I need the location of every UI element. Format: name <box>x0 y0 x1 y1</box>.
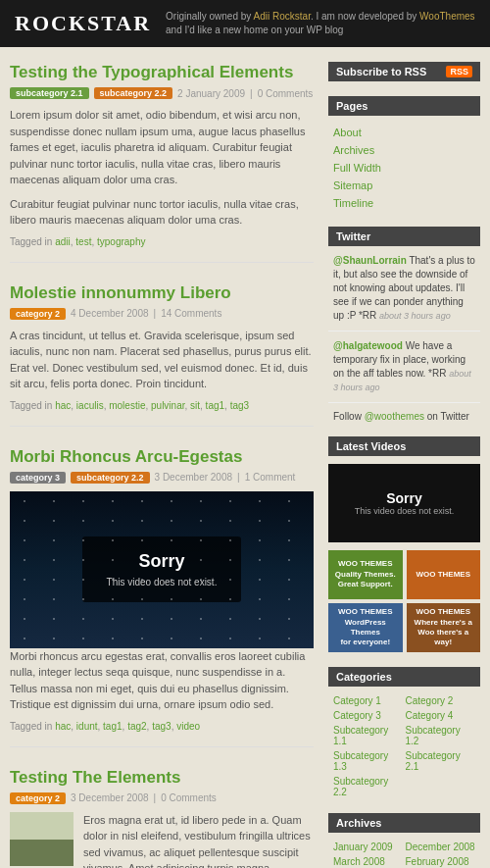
tag-link[interactable]: tag1 <box>206 400 224 411</box>
category-link[interactable]: Category 3 <box>333 709 404 722</box>
page-link[interactable]: Archives <box>333 144 374 156</box>
category-link[interactable]: Subcategory 2.2 <box>333 775 404 798</box>
post-tags: Tagged in hac, iaculis, molestie, pulvin… <box>10 400 314 411</box>
post-body: Morbi rhoncus arcu egestas erat, convall… <box>10 648 314 713</box>
list-item: Timeline <box>333 194 475 212</box>
post-date: 4 December 2008 <box>71 308 149 319</box>
post-item: Molestie innonummy Libero category 2 4 D… <box>10 282 314 427</box>
tag-link[interactable]: pulvinar <box>151 400 184 411</box>
tag-link[interactable]: adii <box>55 236 71 247</box>
videos-widget: Latest Videos Sorry This video does not … <box>328 436 480 652</box>
pages-widget: Pages About Archives Full Width Sitemap … <box>328 96 480 212</box>
content-area: Testing the Typographical Elements subca… <box>10 62 314 868</box>
list-item: Sitemap <box>333 177 475 194</box>
post-video: Sorry This video does not exist. <box>10 491 314 648</box>
archives-widget-title: Archives <box>328 813 480 833</box>
post-date: 3 December 2008 <box>155 472 233 483</box>
archive-link[interactable]: January 2009 <box>333 841 404 853</box>
woo-banner-2[interactable]: WOO THEMES <box>407 550 481 599</box>
pages-widget-title: Pages <box>328 96 480 116</box>
page-link[interactable]: About <box>333 127 362 138</box>
category-link[interactable]: Subcategory 2.1 <box>406 749 476 773</box>
post-title[interactable]: Molestie innonummy Libero <box>10 282 314 304</box>
category-link[interactable]: Subcategory 1.1 <box>333 724 404 747</box>
woo-banner-4[interactable]: WOO THEMESWhere there's a Woo there's a … <box>407 603 481 652</box>
post-item: Testing the Typographical Elements subca… <box>10 62 314 263</box>
rss-widget-title: Subscribe to RSS RSS <box>328 62 480 81</box>
tag-link[interactable]: hac <box>55 721 71 732</box>
category-link[interactable]: Category 2 <box>406 694 476 707</box>
tag-link[interactable]: sit <box>190 400 200 411</box>
tag-link[interactable]: iaculis <box>76 400 104 411</box>
archive-link[interactable]: March 2008 <box>333 855 404 868</box>
tag-link[interactable]: tag2 <box>127 721 146 732</box>
category-badge[interactable]: subcategory 2.2 <box>94 87 173 99</box>
tag-link[interactable]: hac <box>55 400 71 411</box>
rss-icon[interactable]: RSS <box>446 66 472 77</box>
post-tags: Tagged in adii, test, typography <box>10 236 314 247</box>
tag-link[interactable]: molestie <box>109 400 145 411</box>
twitter-follow-link[interactable]: @woothemes <box>365 411 424 422</box>
category-badge[interactable]: category 2 <box>10 308 66 320</box>
header-dev-link[interactable]: WooThemes <box>419 11 475 22</box>
header-desc-start: Originally owned by <box>166 11 254 22</box>
header-owner-link[interactable]: Adii Rockstar <box>254 11 311 22</box>
banner-label: WOO THEMESWhere there's a Woo there's a … <box>411 607 477 648</box>
page-link[interactable]: Timeline <box>333 197 373 209</box>
twitter-widget: Twitter @ShaunLorrain That's a plus to i… <box>328 227 480 422</box>
category-link[interactable]: Subcategory 1.2 <box>406 724 476 747</box>
tag-link[interactable]: video <box>176 721 200 732</box>
video-sorry-title: Sorry <box>107 551 218 572</box>
post-title[interactable]: Testing the Typographical Elements <box>10 62 314 83</box>
post-comments-count[interactable]: 14 Comments <box>161 308 221 319</box>
post-title[interactable]: Morbi Rhoncus Arcu-Egestas <box>10 446 314 468</box>
tag-link[interactable]: typography <box>97 236 145 247</box>
category-link[interactable]: Category 1 <box>333 694 404 707</box>
tag-link[interactable]: idunt <box>76 721 98 732</box>
category-badge[interactable]: category 2 <box>10 792 66 804</box>
post-body: A cras tincidunt, ut tellus et. Gravida … <box>10 328 314 392</box>
list-item: Archives <box>333 141 475 159</box>
post-thumbnail <box>10 812 74 866</box>
woo-banner-3[interactable]: WOO THEMESWordPress Themesfor everyone! <box>328 603 403 652</box>
tag-link[interactable]: test <box>75 236 91 247</box>
category-link[interactable]: Subcategory 1.3 <box>333 749 404 773</box>
categories-widget-title: Categories <box>328 667 480 687</box>
post-comments: | <box>154 792 157 803</box>
twitter-handle[interactable]: @halgatewood <box>333 340 403 351</box>
twitter-handle[interactable]: @ShaunLorrain <box>333 255 407 266</box>
header-desc-mid: . I am now developed by <box>311 11 419 22</box>
post-tags: Tagged in hac, idunt, tag1, tag2, tag3, … <box>10 721 314 732</box>
post-comments: | <box>154 308 157 319</box>
tweet-item: @ShaunLorrain That's a plus to it, but a… <box>328 254 480 332</box>
video-sorry-display: Sorry This video does not exist. <box>355 490 455 516</box>
header-description: Originally owned by Adii Rockstar. I am … <box>166 10 475 37</box>
category-link[interactable]: Category 4 <box>406 709 476 722</box>
page-link[interactable]: Sitemap <box>333 179 372 191</box>
banner-label: WOO THEMESQuality Themes.Great Support. <box>335 559 396 589</box>
category-badge[interactable]: subcategory 2.1 <box>10 87 89 99</box>
post-comments-count[interactable]: 0 Comments <box>161 792 217 803</box>
post-comments-count[interactable]: 1 Comment <box>245 472 296 483</box>
page-link[interactable]: Full Width <box>333 162 381 174</box>
archive-link[interactable]: February 2008 <box>406 855 476 868</box>
tweet-item: @halgatewood We have a temporary fix in … <box>328 339 480 403</box>
video-sorry-subtitle: This video does not exist. <box>107 577 218 587</box>
banner-label: WOO THEMES <box>416 570 470 580</box>
category-badge[interactable]: category 3 <box>10 472 66 484</box>
tag-link[interactable]: tag1 <box>103 721 122 732</box>
category-badge[interactable]: subcategory 2.2 <box>71 472 150 484</box>
woo-banner-1[interactable]: WOO THEMESQuality Themes.Great Support. <box>328 550 403 599</box>
post-title[interactable]: Testing The Elements <box>10 767 314 789</box>
post-meta: subcategory 2.1 subcategory 2.2 2 Januar… <box>10 87 314 99</box>
video-sorry-text: Sorry <box>355 490 455 506</box>
header: ROCKSTAR Originally owned by Adii Rockst… <box>0 0 490 47</box>
archive-link[interactable]: December 2008 <box>406 841 476 853</box>
tag-link[interactable]: tag3 <box>230 400 249 411</box>
post-comments-count[interactable]: 0 Comments <box>258 88 314 99</box>
woo-banners: WOO THEMESQuality Themes.Great Support. … <box>328 550 480 652</box>
post-meta: category 2 4 December 2008 | 14 Comments <box>10 308 314 320</box>
tag-link[interactable]: tag3 <box>152 721 171 732</box>
logo[interactable]: ROCKSTAR <box>15 11 151 36</box>
list-item: Full Width <box>333 159 475 177</box>
